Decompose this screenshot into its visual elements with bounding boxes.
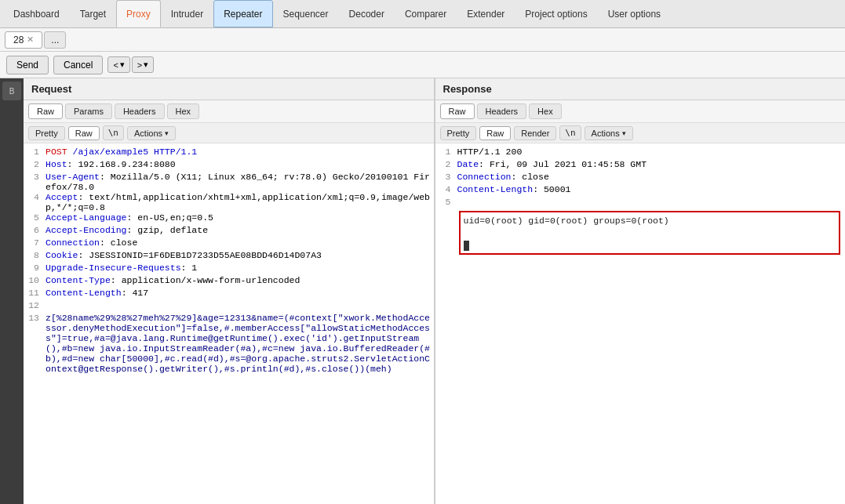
request-line-13: 13z[%28name%29%28%27meh%27%29]&age=12313… [24,313,434,374]
line-number: 5 [27,212,46,225]
top-nav-bar: Dashboard Target Proxy Intruder Repeater… [0,0,845,28]
request-tab-raw[interactable]: Raw [28,103,63,119]
line-number: 1 [439,147,457,159]
response-tab-bar: Raw Headers Hex [435,100,846,123]
request-tab-hex[interactable]: Hex [167,103,200,119]
nav-tab-decoder[interactable]: Decoder [339,0,395,27]
request-toolbar: Send Cancel < ▾ > ▾ [0,52,845,78]
line-content: Content-Type: application/x-www-form-url… [46,275,431,288]
line-number: 9 [27,263,46,275]
request-line-9: 9Upgrade-Insecure-Requests: 1 [24,263,434,275]
repeater-tab-bar: 28 ✕ ... [0,28,845,52]
line-number: 13 [27,313,46,374]
request-actions-button[interactable]: Actions ▾ [127,126,176,140]
response-uid-text: uid=0(root) gid=0(root) groups=0(root) [464,216,669,226]
line-content: Content-Length: 417 [46,288,431,300]
line-number: 3 [439,172,457,184]
nav-tab-target[interactable]: Target [70,0,116,27]
request-actions-chevron-icon: ▾ [165,129,169,137]
back-button[interactable]: < ▾ [107,56,129,73]
request-format-bar: Pretty Raw \n Actions ▾ [24,123,434,143]
line-number: 5 [439,197,457,209]
send-button[interactable]: Send [6,56,49,74]
nav-tab-user-options[interactable]: User options [598,0,671,27]
request-line-1: 1POST /ajax/example5 HTTP/1.1 [24,147,434,159]
request-format-raw[interactable]: Raw [68,126,100,140]
nav-tab-dashboard[interactable]: Dashboard [3,0,70,27]
line-content: Connection: close [46,237,431,250]
request-format-pretty[interactable]: Pretty [28,126,65,140]
nav-tab-sequencer[interactable]: Sequencer [273,0,339,27]
nav-tab-proxy[interactable]: Proxy [116,0,161,27]
request-code-area[interactable]: 1POST /ajax/example5 HTTP/1.12Host: 192.… [24,143,434,504]
response-line-4: 4Content-Length: 50001 [435,184,846,197]
line-content: Accept-Encoding: gzip, deflate [46,225,431,237]
tab-28-close[interactable]: ✕ [27,34,34,45]
response-format-newline[interactable]: \n [559,125,581,140]
back-dropdown-icon: ▾ [120,60,125,70]
line-number: 1 [27,147,46,159]
line-number: 4 [439,184,457,197]
response-format-bar: Pretty Raw Render \n Actions ▾ [435,123,846,143]
nav-tab-extender[interactable]: Extender [457,0,515,27]
response-cursor [464,241,469,251]
line-content: Date: Fri, 09 Jul 2021 01:45:58 GMT [457,159,843,172]
response-tab-hex[interactable]: Hex [529,103,562,119]
response-format-pretty[interactable]: Pretty [440,126,477,140]
response-line-2: 2Date: Fri, 09 Jul 2021 01:45:58 GMT [435,159,846,172]
request-line-11: 11Content-Length: 417 [24,288,434,300]
line-number: 6 [27,225,46,237]
line-content: Host: 192.168.9.234:8080 [46,159,431,172]
line-number: 10 [27,275,46,288]
response-tab-raw[interactable]: Raw [440,103,475,119]
request-format-newline[interactable]: \n [103,125,124,140]
nav-tab-repeater[interactable]: Repeater [213,0,272,27]
line-content: HTTP/1.1 200 [457,147,843,159]
response-panel: Response Raw Headers Hex Pretty Raw Rend… [435,78,846,504]
forward-arrow-icon: > [137,60,142,70]
line-content: Cookie: JSESSIONID=1F6DEB1D7233D55AE08BD… [46,250,431,263]
response-format-render[interactable]: Render [514,126,556,140]
back-arrow-icon: < [113,60,118,70]
repeater-tab-28[interactable]: 28 ✕ [5,31,42,49]
line-number: 4 [27,192,46,212]
request-line-12: 12 [24,300,434,313]
response-actions-chevron-icon: ▾ [622,129,626,137]
line-content: User-Agent: Mozilla/5.0 (X11; Linux x86_… [46,172,431,192]
response-format-raw[interactable]: Raw [479,126,511,140]
request-tab-headers[interactable]: Headers [115,103,165,119]
nav-tab-comparer[interactable]: Comparer [395,0,457,27]
forward-button[interactable]: > ▾ [132,56,154,73]
tab-more-button[interactable]: ... [44,31,66,49]
left-sidebar: B [0,78,24,504]
forward-dropdown-icon: ▾ [144,60,148,70]
nav-buttons: < ▾ > ▾ [107,56,154,73]
line-number: 12 [27,300,46,313]
response-tab-headers[interactable]: Headers [477,103,527,119]
line-content: Accept: text/html,application/xhtml+xml,… [46,192,431,212]
request-tab-params[interactable]: Params [65,103,112,119]
browser-icon: B [2,82,21,100]
nav-tab-intruder[interactable]: Intruder [161,0,213,27]
response-actions-label: Actions [592,129,620,138]
line-number: 2 [27,159,46,172]
response-line-3: 3Connection: close [435,172,846,184]
line-number: 3 [27,172,46,192]
line-content: Connection: close [457,172,843,184]
line-content [46,300,431,313]
response-line-5: 5 [435,197,846,209]
request-line-7: 7Connection: close [24,237,434,250]
request-actions-label: Actions [134,129,162,138]
line-content [457,197,843,209]
line-number: 11 [27,288,46,300]
cancel-button[interactable]: Cancel [53,56,103,74]
request-line-4: 4Accept: text/html,application/xhtml+xml… [24,192,434,212]
request-tab-bar: Raw Params Headers Hex [24,100,434,123]
response-panel-header: Response [435,78,846,100]
response-code-area[interactable]: 1HTTP/1.1 2002Date: Fri, 09 Jul 2021 01:… [435,143,846,504]
response-actions-button[interactable]: Actions ▾ [585,126,633,140]
nav-tab-project-options[interactable]: Project options [515,0,597,27]
line-content: Accept-Language: en-US,en;q=0.5 [46,212,431,225]
main-area: B Request Raw Params Headers Hex Pretty … [0,78,845,504]
request-line-10: 10Content-Type: application/x-www-form-u… [24,275,434,288]
